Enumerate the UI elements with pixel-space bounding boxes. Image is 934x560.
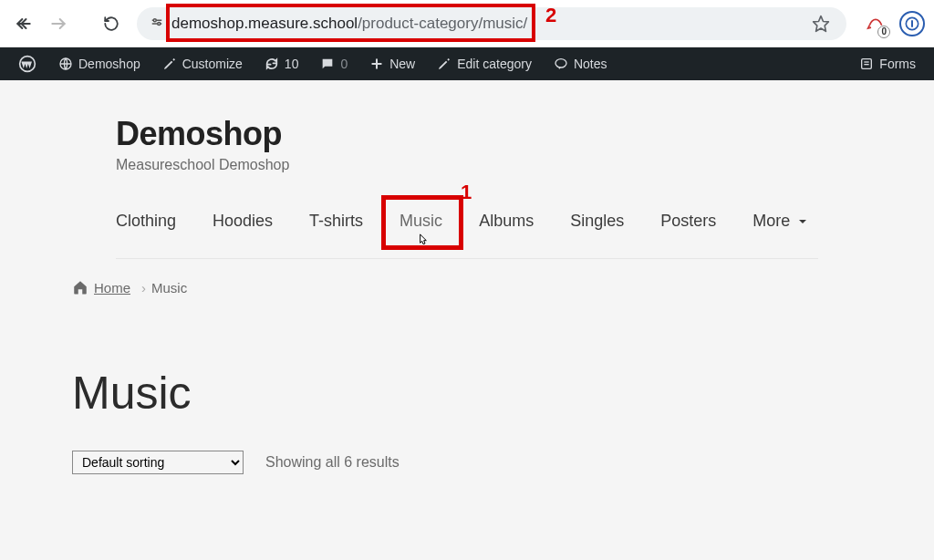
svg-point-14 [555,59,566,67]
nav-item-more[interactable]: More [752,212,810,231]
results-count: Showing all 6 results [265,454,400,471]
nav-item-clothing[interactable]: Clothing [116,212,176,231]
back-button[interactable] [9,9,38,38]
wp-notes[interactable]: Notes [545,47,617,80]
nav-item-hoodies[interactable]: Hoodies [213,212,273,231]
nav-item-albums[interactable]: Albums [479,212,534,231]
nav-item-tshirts[interactable]: T-shirts [309,212,363,231]
site-tagline: Measureschool Demoshop [116,157,818,173]
svg-point-5 [153,18,156,21]
svg-rect-9 [911,20,913,27]
wp-site-name[interactable]: Demoshop [49,47,150,80]
breadcrumb-separator: › [141,280,146,296]
page-body: Demoshop Measureschool Demoshop Clothing… [0,80,934,474]
url-text: demoshop.measure.school/product-category… [171,15,527,33]
svg-point-6 [158,22,161,25]
site-header: Demoshop Measureschool Demoshop [116,80,818,190]
forward-button[interactable] [44,9,73,38]
nav-item-posters[interactable]: Posters [660,212,716,231]
chevron-down-icon [795,214,810,229]
wp-logo[interactable] [9,47,46,80]
site-title[interactable]: Demoshop [116,115,818,153]
sort-row: Default sorting Showing all 6 results [72,451,818,474]
wp-forms[interactable]: Forms [850,47,925,80]
nav-item-music-label: Music [400,212,442,231]
wp-admin-bar: Demoshop Customize 10 0 New Edit categor… [0,47,934,80]
annotation-number-1: 1 [461,181,472,204]
address-bar[interactable]: demoshop.measure.school/product-category… [137,7,846,40]
annotation-number-2: 2 [545,4,556,27]
cursor-icon [416,232,431,252]
wp-new-label: New [389,57,415,71]
wp-new[interactable]: New [360,47,424,80]
main-nav: Clothing Hoodies T-shirts Music 1 Albums… [116,190,818,259]
wp-comments-count: 0 [340,57,348,71]
breadcrumb: Home › Music [72,259,818,303]
extension-icon-1[interactable]: 0 [863,11,888,36]
wp-customize[interactable]: Customize [153,47,252,80]
wp-notes-label: Notes [574,57,607,71]
bookmark-star-icon[interactable] [806,9,835,38]
wp-site-name-label: Demoshop [78,57,140,71]
extension-icon-2[interactable] [899,11,925,36]
nav-item-singles[interactable]: Singles [570,212,624,231]
browser-toolbar: demoshop.measure.school/product-category… [0,0,934,47]
wp-edit-label: Edit category [457,57,532,71]
wp-customize-label: Customize [182,57,243,71]
nav-item-more-label: More [752,212,790,231]
wp-updates-count: 10 [285,57,299,71]
wp-edit-category[interactable]: Edit category [428,47,541,80]
nav-item-music[interactable]: Music [400,212,442,231]
svg-marker-7 [814,16,829,31]
site-settings-icon[interactable] [144,13,170,35]
home-icon [72,279,88,296]
wp-forms-label: Forms [879,57,916,71]
wp-updates[interactable]: 10 [255,47,308,80]
breadcrumb-home[interactable]: Home [94,280,130,296]
category-title: Music [72,367,818,420]
wp-comments[interactable]: 0 [311,47,357,80]
sort-select[interactable]: Default sorting [72,451,244,474]
reload-button[interactable] [97,9,126,38]
breadcrumb-current: Music [151,280,187,296]
